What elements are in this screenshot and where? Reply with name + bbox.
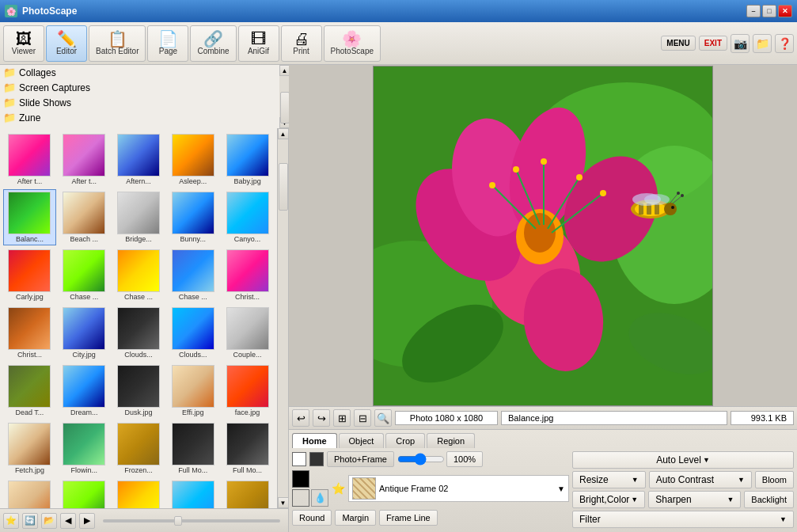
thumbnail-item[interactable]: Asleep... [166, 131, 219, 188]
thumb-scroll-up[interactable]: ▲ [278, 128, 289, 139]
tab-object[interactable]: Object [339, 433, 385, 448]
margin-button[interactable]: Margin [335, 510, 376, 526]
tab-region[interactable]: Region [427, 433, 475, 448]
thumbnail-label: Clouds... [115, 351, 162, 359]
thumbnail-item[interactable]: Happy ... [58, 478, 111, 508]
thumbnail-item[interactable]: Aftern... [112, 131, 165, 188]
folder-slide-shows[interactable]: 📁 Slide Shows [0, 95, 280, 110]
thumbnail-item[interactable]: Bridge... [112, 189, 165, 245]
toolbar-anigif[interactable]: 🎞 AniGif [238, 25, 279, 62]
thumbnail-item[interactable]: Clouds... [166, 305, 219, 361]
minimize-button[interactable]: – [746, 5, 761, 17]
folder-screen-captures[interactable]: 📁 Screen Captures [0, 80, 280, 95]
zoom-slider[interactable] [103, 519, 280, 522]
photo-frame-button[interactable]: Photo+Frame [327, 451, 394, 467]
undo-button[interactable]: ↩ [292, 409, 309, 427]
tab-home[interactable]: Home [292, 433, 337, 448]
thumbnail-item[interactable]: City.jpg [58, 305, 111, 361]
thumbnail-item[interactable]: Chase ... [166, 247, 219, 303]
redo-button[interactable]: ↪ [313, 409, 330, 427]
folder-scroll-thumb[interactable] [280, 92, 290, 124]
thumbnail-item[interactable]: Harves... [221, 478, 274, 508]
thumbnail-item[interactable]: Happy... [166, 478, 219, 508]
favorite-star-icon[interactable]: ⭐ [332, 482, 345, 495]
thumbnail-item[interactable]: After t... [3, 131, 56, 188]
toolbar-batch-editor[interactable]: 📋 Batch Editor [89, 25, 146, 62]
frame-selector[interactable]: Antique Frame 02 ▼ [348, 475, 569, 502]
thumbnail-item[interactable]: Dream... [58, 363, 111, 419]
toolbar-viewer[interactable]: 🖼 Viewer [3, 25, 44, 62]
svg-point-34 [681, 194, 684, 197]
toolbar-print[interactable]: 🖨 Print [281, 25, 322, 62]
star-button[interactable]: ⭐ [3, 513, 19, 529]
thumbnail-item[interactable]: Effi.jpg [166, 363, 219, 419]
thumb-scroll-thumb[interactable] [279, 163, 288, 211]
toolbar-editor[interactable]: ✏️ Editor [46, 25, 87, 62]
thumbnail-item[interactable]: Clouds... [112, 305, 165, 361]
screen-capture-button[interactable]: 📷 [731, 34, 750, 53]
thumbnail-item[interactable]: Carly.jpg [3, 247, 56, 303]
bloom-button[interactable]: Bloom [755, 471, 794, 488]
maximize-button[interactable]: □ [762, 5, 776, 17]
tab-crop[interactable]: Crop [385, 433, 425, 448]
folder-scrollbar[interactable]: ▲ ▼ [280, 65, 288, 128]
toolbar-page[interactable]: 📄 Page [147, 25, 188, 62]
thumbnail-item[interactable]: Fetch.jpg [3, 420, 56, 477]
thumbnail-item[interactable]: face.jpg [221, 363, 274, 419]
thumbnail-item[interactable]: Dusk.jpg [112, 363, 165, 419]
forward-button[interactable]: ▶ [79, 513, 95, 529]
thumbnail-item[interactable]: Balanc... [3, 189, 56, 245]
menu-button[interactable]: MENU [661, 36, 695, 51]
round-button[interactable]: Round [292, 510, 332, 526]
thumbnail-item[interactable]: Chase ... [58, 247, 111, 303]
help-button[interactable]: ❓ [775, 34, 794, 53]
zoom-actual-button[interactable]: ⊟ [354, 409, 371, 427]
exit-button[interactable]: EXIT [699, 36, 727, 51]
thumbnail-item[interactable]: Couple... [221, 305, 274, 361]
thumbnail-label: Flowin... [60, 466, 108, 474]
backlight-button[interactable]: Backlight [744, 491, 794, 508]
open-folder-button[interactable]: 📂 [41, 513, 57, 529]
thumbnail-item[interactable]: After t... [58, 131, 111, 188]
refresh-button[interactable]: 🔄 [22, 513, 38, 529]
thumbnail-item[interactable]: Full Mo... [166, 420, 219, 477]
color-black-box[interactable] [292, 470, 309, 488]
back-button[interactable]: ◀ [60, 513, 76, 529]
thumbnail-item[interactable]: Frozen... [112, 420, 165, 477]
thumbnail-item[interactable]: Bunny... [166, 189, 219, 245]
zoom-fit-button[interactable]: ⊞ [333, 409, 351, 427]
auto-level-button[interactable]: Auto Level ▼ [572, 451, 794, 469]
thumbnail-item[interactable]: Flowin... [58, 420, 111, 477]
thumbnail-item[interactable]: Christ... [221, 247, 274, 303]
zoom-slider-control[interactable] [397, 453, 445, 466]
resize-button[interactable]: Resize ▼ [572, 471, 646, 488]
background-color-box[interactable] [309, 452, 324, 466]
thumbnail-item[interactable]: Full Mo... [221, 420, 274, 477]
auto-contrast-button[interactable]: Auto Contrast ▼ [649, 471, 752, 488]
thumbnail-item[interactable]: Happy ... [112, 478, 165, 508]
folder-button[interactable]: 📁 [753, 34, 772, 53]
toolbar-photoscape[interactable]: 🌸 PhotoScape [324, 25, 381, 62]
thumbnail-item[interactable]: Beach ... [58, 189, 111, 245]
frame-line-button[interactable]: Frame Line [379, 510, 438, 526]
thumbnail-item[interactable]: Christ... [3, 305, 56, 361]
toolbar-combine[interactable]: 🔗 Combine [190, 25, 236, 62]
zoom-in-button[interactable]: 🔍 [374, 409, 392, 427]
bright-color-button[interactable]: Bright,Color ▼ [572, 491, 645, 508]
thumbnail-item[interactable]: Chase ... [112, 247, 165, 303]
folder-zune[interactable]: 📁 Zune [0, 110, 280, 125]
folder-collages[interactable]: 📁 Collages [0, 65, 280, 80]
filter-button[interactable]: Filter ▼ [572, 511, 794, 528]
eyedropper-button[interactable]: 💧 [311, 489, 328, 507]
sharpen-button[interactable]: Sharpen ▼ [648, 491, 741, 508]
thumb-scroll-down[interactable]: ▼ [278, 497, 289, 508]
thumbnail-item[interactable]: Dead T... [3, 363, 56, 419]
thumbnail-item[interactable]: Baby.jpg [221, 131, 274, 188]
close-button[interactable]: ✕ [778, 5, 792, 17]
thumbnail-item[interactable]: Gizmo... [3, 478, 56, 508]
zoom-slider-thumb[interactable] [174, 516, 182, 526]
gradient-box[interactable] [292, 489, 309, 507]
thumbnail-item[interactable]: Canyo... [221, 189, 274, 245]
thumbnail-scrollbar[interactable]: ▲ ▼ [277, 128, 288, 508]
foreground-color-box[interactable] [292, 452, 306, 466]
